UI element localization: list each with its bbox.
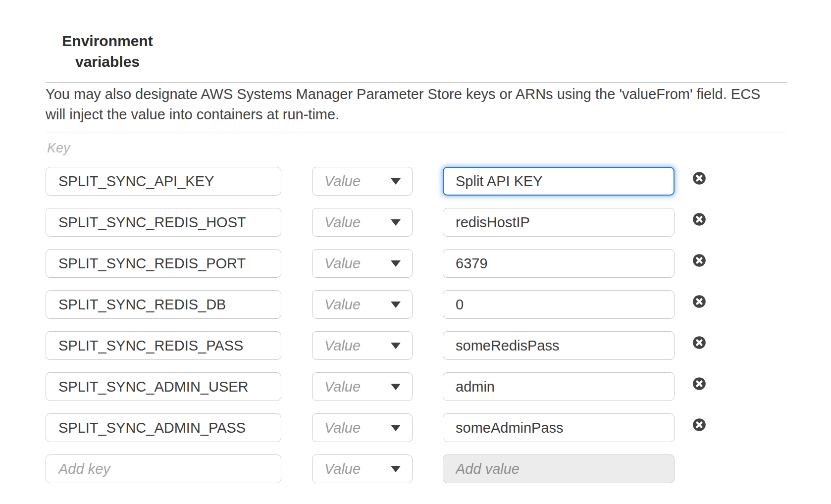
chevron-down-icon [390,260,401,267]
remove-row-button[interactable] [692,212,706,226]
value-type-label: Value [324,297,361,313]
remove-row-button[interactable] [692,171,706,185]
remove-row-button[interactable] [692,377,706,391]
env-variable-row: Value [46,372,706,401]
env-key-input[interactable] [46,413,281,442]
x-circle-icon [692,377,706,391]
divider-top [46,82,787,83]
value-type-label: Value [324,255,361,272]
value-type-label: Value [324,214,361,231]
x-circle-icon [692,295,706,308]
value-type-label: Value [324,379,361,395]
x-circle-icon [692,212,706,226]
add-key-input[interactable] [46,454,281,483]
env-value-input[interactable] [443,331,675,360]
chevron-down-icon [390,178,401,185]
env-variable-row: Value [46,290,706,319]
value-type-select[interactable]: Value [312,249,413,278]
env-value-input[interactable] [443,413,675,442]
env-key-input[interactable] [46,249,281,278]
value-type-select[interactable]: Value [312,454,413,483]
env-variable-row: Value [46,167,706,196]
env-key-input[interactable] [46,290,281,319]
value-type-label: Value [324,420,361,436]
env-variables-description: You may also designate AWS Systems Manag… [46,84,769,125]
chevron-down-icon [390,383,401,391]
value-type-select[interactable]: Value [312,208,413,237]
env-value-input[interactable] [443,249,675,278]
value-type-select[interactable]: Value [312,290,413,319]
x-circle-icon [692,253,706,267]
chevron-down-icon [390,465,401,473]
chevron-down-icon [390,301,401,308]
env-variable-row: Value [46,249,706,278]
x-circle-icon [692,418,706,432]
chevron-down-icon [390,424,401,432]
env-key-input[interactable] [46,372,281,401]
value-type-select[interactable]: Value [312,413,413,442]
env-variables-list: Value Value Value [46,167,706,496]
value-type-label: Value [324,338,361,354]
chevron-down-icon [390,219,401,226]
key-column-header: Key [47,141,70,156]
env-value-input[interactable] [443,290,675,319]
row-spacer [692,454,706,468]
env-variable-row: Value [46,413,706,442]
env-key-input[interactable] [46,331,281,360]
x-circle-icon [692,336,706,350]
value-type-select[interactable]: Value [312,167,413,196]
remove-row-button[interactable] [692,253,706,267]
x-circle-icon [692,171,706,185]
env-value-input[interactable] [443,208,675,237]
environment-variables-label: Environment variables [46,31,169,72]
value-type-select[interactable]: Value [312,372,413,401]
env-value-input[interactable] [443,167,675,196]
value-type-select[interactable]: Value [312,331,413,360]
remove-row-button[interactable] [692,336,706,350]
add-env-variable-row: Value [46,454,706,483]
value-type-label: Value [324,173,361,190]
remove-row-button[interactable] [692,295,706,308]
divider-bottom [46,133,787,133]
env-key-input[interactable] [46,167,281,196]
value-type-label: Value [324,461,361,477]
remove-row-button[interactable] [692,418,706,432]
env-value-input[interactable] [443,372,675,401]
env-key-input[interactable] [46,208,281,237]
env-variable-row: Value [46,208,706,237]
chevron-down-icon [390,342,401,350]
env-variable-row: Value [46,331,706,360]
add-value-input[interactable] [443,454,675,483]
